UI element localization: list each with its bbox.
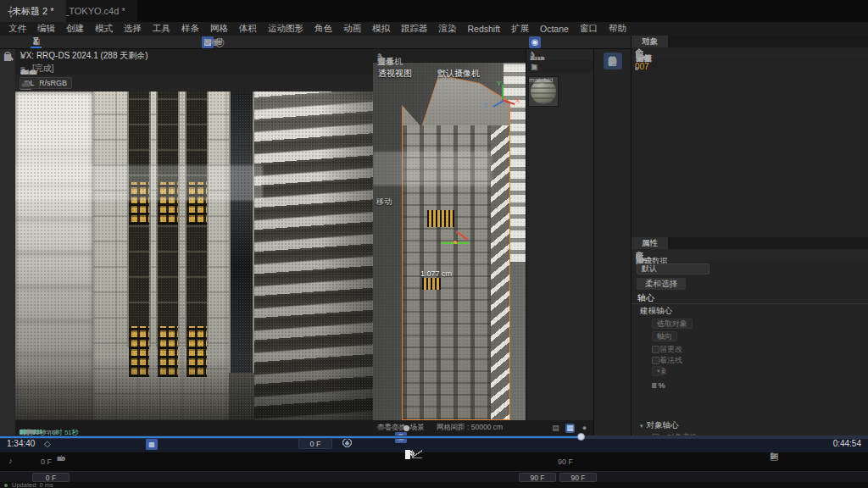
menu-item[interactable]: 模式 [95, 23, 113, 35]
object-manager: 对象场次 ≡ 文件编辑查看对象标签书签 007 [631, 36, 868, 237]
frame-range-track[interactable]: 0 F 90 F 90 F [0, 471, 868, 482]
object-link-field[interactable]: ▾ [652, 366, 662, 376]
field-row-along-normals: 沿着法线 [632, 354, 865, 366]
view-type-label[interactable]: 透视视图 [378, 68, 412, 80]
preset-select[interactable]: 默认▾ [637, 263, 709, 274]
menu-item[interactable]: 网格 [210, 23, 228, 35]
menu-item[interactable]: 选择 [124, 23, 142, 35]
more-options-icon[interactable]: ⋯ [770, 451, 779, 462]
render-output-image[interactable] [15, 92, 373, 420]
timeline-ruler[interactable]: ♪ 0 F 0510152025303540455055606570758085… [0, 452, 868, 471]
toggle-layout-icon[interactable]: ▣ [377, 56, 387, 64]
filter-icon[interactable] [636, 51, 643, 57]
menu-item[interactable]: 扩展 [511, 23, 529, 35]
coordinate-system-icon[interactable]: ⊹ [31, 36, 42, 48]
material-list-icon[interactable]: ▣ [531, 63, 538, 71]
viewport-menubar: ≡ 查看摄像机显示 ❯ ✚ ◱ ↻ ▣ [373, 49, 526, 63]
timeline-sound-icon[interactable]: ♪ [8, 457, 13, 465]
menu-item[interactable]: 模拟 [372, 23, 390, 35]
camera-label[interactable]: 默认摄像机 ⟳ [437, 68, 480, 80]
current-frame-field[interactable]: 0 F [298, 438, 332, 449]
workplane-mode-icon[interactable]: ⚙ [2, 52, 14, 64]
render-window-strip [127, 92, 151, 347]
field-row-object: 对象 ▾ [632, 365, 865, 377]
group-header-object-axis[interactable]: ▾对象轴心 [632, 419, 868, 430]
menu-item[interactable]: 创建 [66, 23, 84, 35]
field-row-keep-changes: 保留更改 [632, 343, 865, 355]
new-panel-icon[interactable]: ▣ [636, 252, 643, 260]
menu-item[interactable]: 运动图形 [268, 23, 303, 35]
menu-item[interactable]: 编辑 [37, 23, 55, 35]
perspective-viewport[interactable]: ≡ 查看摄像机显示 ❯ ✚ ◱ ↻ ▣ [373, 49, 526, 420]
ruler-start-frame: 0 F [41, 458, 52, 466]
render-view-pane: × VX: RRQ-DS 2024.1 (288 天剩余) ≡ ≡ 文件云对象材… [15, 49, 373, 435]
range-end-field[interactable]: 90 F [519, 473, 556, 482]
lod-slider[interactable] [377, 427, 415, 429]
menu-item[interactable]: 跟踪器 [401, 23, 428, 35]
scissors-settings-icon[interactable]: ⚙ [202, 36, 214, 48]
position-select[interactable]: 选取对象▾ [652, 319, 693, 329]
keyframe-diamond-icon[interactable]: ◇ [44, 439, 51, 448]
grid-spacing-label: 网格间距 : 50000 cm [437, 423, 503, 433]
section-title: 轴心 [632, 292, 868, 304]
list-view-icon[interactable]: ▤ [551, 424, 560, 433]
status-dot-icon [4, 484, 8, 487]
interactive-render-button[interactable]: ◉ [529, 36, 541, 48]
group-header[interactable]: ▾建模轴心 [632, 305, 868, 316]
render-shadow-area [15, 358, 373, 420]
menu-item[interactable]: 工具 [153, 23, 170, 35]
modeling-settings-icon[interactable]: ◯ [214, 36, 225, 48]
grid-toggle-icon[interactable]: ▦ [565, 424, 575, 433]
range-start-field[interactable]: 0 F [32, 473, 70, 482]
fcurve-mode-icon[interactable] [412, 450, 422, 458]
along-normals-checkbox[interactable] [652, 357, 659, 364]
menu-item[interactable]: 体积 [239, 23, 257, 35]
material-name[interactable]: mat_bld [528, 76, 554, 85]
menu-item[interactable]: Octane [540, 24, 569, 34]
render-done-label: [完成] [32, 63, 54, 75]
orientation-select[interactable]: 轴向▾ [652, 331, 677, 341]
axis-value-field[interactable]: 0 % [652, 381, 681, 390]
material-actions: ＋ ↗ ✎ ▣ [526, 60, 593, 73]
attribute-menubar: ≡ 模式编辑用户数据 ← ⊙ ▣ [632, 249, 868, 262]
close-tab-icon[interactable]: × [22, 6, 27, 16]
manager-tab[interactable]: 层 [632, 237, 660, 249]
cinema4d-window: ← ↶ ↷ KITBASH3D_TOKYO.c4d * 未标题 2 * × + … [0, 0, 868, 488]
snapshot-icon[interactable]: ▣ [19, 77, 32, 90]
workspace-more-icon[interactable]: ⋮ [0, 3, 22, 19]
remaining-time-label: 0:44:54 [833, 439, 861, 448]
menu-item[interactable]: 窗口 [580, 23, 598, 35]
tag-icon[interactable]: ▱ [604, 53, 622, 69]
menu-item[interactable]: 样条 [181, 23, 199, 35]
menu-item[interactable]: 角色 [314, 23, 332, 35]
axis-offset-group: X 0 % Y 0 % Z 0 % [632, 380, 868, 417]
scrubber-handle[interactable] [577, 433, 585, 441]
menu-item[interactable]: 文件 [8, 23, 26, 35]
move-gizmo-origin[interactable] [453, 241, 457, 244]
menu-overflow-icon[interactable]: ❯ [530, 51, 536, 58]
orientation-gizmo[interactable]: Y X Z [485, 83, 520, 119]
shading-icon[interactable]: ● [580, 424, 589, 433]
sound-toggle-icon[interactable]: ♪ [146, 439, 158, 450]
menu-item[interactable]: 渲染 [439, 23, 457, 35]
menu-item[interactable]: 动画 [343, 23, 361, 35]
menu-item[interactable]: Redshift [468, 24, 501, 34]
tool-option-tab[interactable]: 柔和选择 [637, 278, 686, 290]
render-menu-icon[interactable]: ≡ [20, 52, 25, 61]
menu-item[interactable]: 帮助 [609, 23, 626, 35]
object-row[interactable]: 007 [632, 59, 868, 74]
manager-tab[interactable]: 场次 [632, 36, 668, 47]
tool-hint-label: 移动 [376, 197, 392, 208]
video-scrubber[interactable] [0, 435, 868, 439]
keyframe-selection-button[interactable]: ◆ [342, 438, 352, 447]
viewport-tower[interactable] [397, 75, 515, 420]
keep-changes-checkbox[interactable] [652, 346, 659, 353]
attribute-tabs: 属性层 [632, 237, 868, 249]
ruler-ticks: 051015202530354045505560657075808590 [55, 455, 557, 470]
camera-sync-icon[interactable]: ⟳ [437, 68, 444, 76]
render-window-strip [185, 92, 209, 347]
viewport-canvas[interactable]: 透视视图 默认摄像机 ⟳ 移动 1.077 cm Y X Z [373, 63, 526, 420]
range-end-field-2[interactable]: 90 F [559, 473, 597, 482]
measurement-label: 1.077 cm [420, 269, 452, 278]
elapsed-time-label: 1:34:40 [7, 439, 35, 448]
